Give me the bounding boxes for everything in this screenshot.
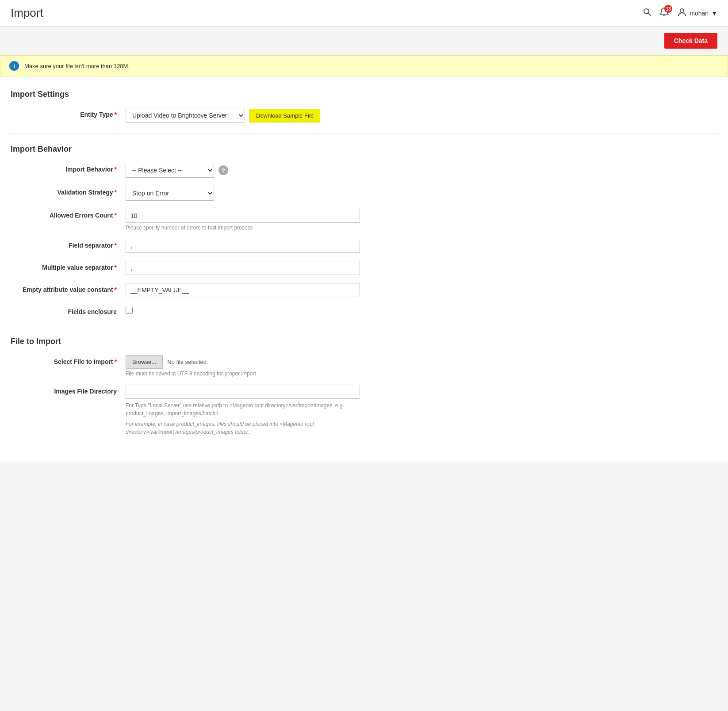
user-name: mohan xyxy=(690,10,709,17)
allowed-errors-controls: Please specify number of errors to halt … xyxy=(126,209,360,231)
page-header: Import 13 mohan ▼ xyxy=(0,0,728,27)
empty-attribute-input[interactable] xyxy=(126,283,360,297)
fields-enclosure-controls xyxy=(126,305,717,314)
header-actions: 13 mohan ▼ xyxy=(643,7,717,19)
browse-button[interactable]: Browse... xyxy=(126,355,163,369)
field-separator-controls xyxy=(126,239,717,253)
svg-line-1 xyxy=(648,13,651,16)
entity-type-row: Entity Type* Upload Video to Brightcove … xyxy=(11,108,717,123)
notification-button[interactable]: 13 xyxy=(659,7,669,19)
page-title: Import xyxy=(11,6,43,20)
user-dropdown-icon: ▼ xyxy=(711,10,717,17)
entity-type-select[interactable]: Upload Video to Brightcove Server xyxy=(126,108,245,123)
select-file-row: Select File to Import* Browse... No file… xyxy=(11,355,717,377)
empty-attribute-row: Empty attribute value constant* xyxy=(11,283,717,297)
info-message: Make sure your file isn't more than 128M… xyxy=(24,63,130,69)
import-behavior-title: Import Behavior xyxy=(11,145,717,154)
svg-point-2 xyxy=(680,9,684,12)
entity-type-controls: Upload Video to Brightcove Server Downlo… xyxy=(126,108,717,123)
images-dir-hint1: For Type "Local Server" use relative pat… xyxy=(126,401,360,417)
import-behavior-label: Import Behavior* xyxy=(11,163,126,173)
validation-strategy-controls: Stop on Error xyxy=(126,186,717,201)
field-separator-input[interactable] xyxy=(126,239,360,253)
validation-strategy-select[interactable]: Stop on Error xyxy=(126,186,214,201)
multiple-value-separator-label: Multiple value separator* xyxy=(11,261,126,271)
search-icon xyxy=(643,8,651,16)
field-separator-row: Field separator* xyxy=(11,239,717,253)
select-file-controls: Browse... No file selected. File must be… xyxy=(126,355,256,377)
info-banner: i Make sure your file isn't more than 12… xyxy=(0,55,728,76)
fields-enclosure-row: Fields enclosure xyxy=(11,305,717,315)
empty-attribute-label: Empty attribute value constant* xyxy=(11,283,126,293)
validation-strategy-label: Validation Strategy* xyxy=(11,186,126,196)
file-to-import-title: File to Import xyxy=(11,337,717,346)
empty-attribute-controls xyxy=(126,283,717,297)
select-file-label: Select File to Import* xyxy=(11,355,126,365)
notification-badge: 13 xyxy=(664,5,672,13)
allowed-errors-label: Allowed Errors Count* xyxy=(11,209,126,219)
info-icon: i xyxy=(9,61,19,71)
divider-2 xyxy=(11,326,717,326)
download-sample-button[interactable]: Download Sample File xyxy=(249,109,320,122)
entity-type-label: Entity Type* xyxy=(11,108,126,118)
user-avatar-icon xyxy=(677,7,687,19)
toolbar: Check Data xyxy=(0,27,728,55)
field-separator-label: Field separator* xyxy=(11,239,126,249)
validation-strategy-row: Validation Strategy* Stop on Error xyxy=(11,186,717,201)
images-dir-input[interactable] xyxy=(126,385,360,399)
help-icon[interactable]: ? xyxy=(218,165,228,175)
images-dir-label: Images File Directory xyxy=(11,385,126,395)
required-star: * xyxy=(115,111,117,118)
import-behavior-select[interactable]: -- Please Select -- xyxy=(126,163,214,178)
no-file-label: No file selected. xyxy=(167,359,208,365)
import-settings-title: Import Settings xyxy=(11,90,717,99)
fields-enclosure-label: Fields enclosure xyxy=(11,305,126,315)
import-behavior-row: Import Behavior* -- Please Select -- ? xyxy=(11,163,717,178)
file-hint: File must be saved in UTF-8 encoding for… xyxy=(126,371,256,377)
multiple-value-separator-controls xyxy=(126,261,717,275)
allowed-errors-hint: Please specify number of errors to halt … xyxy=(126,225,360,231)
images-dir-controls: For Type "Local Server" use relative pat… xyxy=(126,385,360,436)
images-dir-row: Images File Directory For Type "Local Se… xyxy=(11,385,717,436)
user-menu-button[interactable]: mohan ▼ xyxy=(677,7,717,19)
allowed-errors-input[interactable] xyxy=(126,209,360,223)
file-input-row: Browse... No file selected. xyxy=(126,355,256,369)
main-content: Import Settings Entity Type* Upload Vide… xyxy=(0,76,728,462)
fields-enclosure-checkbox-wrap xyxy=(126,305,133,314)
allowed-errors-row: Allowed Errors Count* Please specify num… xyxy=(11,209,717,231)
multiple-value-separator-row: Multiple value separator* xyxy=(11,261,717,275)
images-dir-hint2: For example, in case product_images, fil… xyxy=(126,420,360,436)
multiple-value-separator-input[interactable] xyxy=(126,261,360,275)
check-data-button[interactable]: Check Data xyxy=(664,33,717,49)
divider-1 xyxy=(11,134,717,134)
import-behavior-controls: -- Please Select -- ? xyxy=(126,163,717,178)
fields-enclosure-checkbox[interactable] xyxy=(126,307,133,314)
search-button[interactable] xyxy=(643,8,651,19)
